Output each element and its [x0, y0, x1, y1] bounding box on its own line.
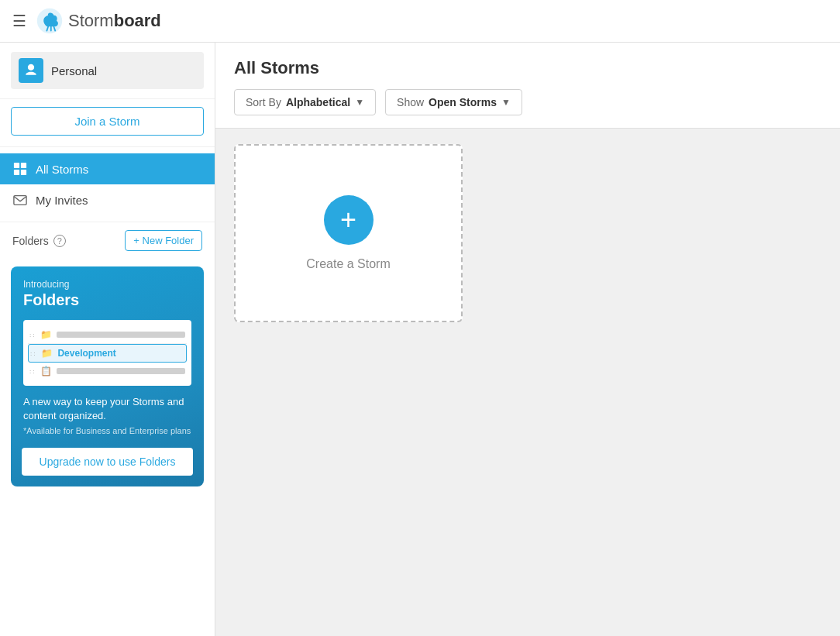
promo-note: *Available for Business and Enterprise p… [23, 426, 191, 435]
folder-icon-3: 📋 [40, 366, 52, 376]
svg-rect-1 [14, 163, 19, 168]
create-storm-label: Create a Storm [306, 257, 390, 271]
personal-item[interactable]: Personal [11, 52, 204, 89]
nav-items: All Storms My Invites [0, 147, 215, 222]
promo-row-3: :: 📋 [28, 363, 187, 380]
promo-folder-label: Development [57, 348, 115, 359]
sort-by-label: Sort By [246, 96, 281, 108]
hamburger-menu-icon[interactable]: ☰ [12, 12, 26, 30]
personal-avatar [19, 58, 43, 83]
sort-chevron-icon: ▼ [355, 97, 364, 108]
drag-dots-2: :: [30, 350, 36, 357]
svg-rect-2 [21, 163, 26, 168]
drag-dots-1: :: [29, 332, 36, 339]
help-icon[interactable]: ? [53, 235, 66, 247]
logo-text: Stormboard [68, 11, 161, 31]
grid-icon [12, 161, 28, 177]
create-plus-button: + [324, 195, 374, 245]
promo-row-2: :: 📁 Development [28, 344, 187, 363]
page-title: All Storms [234, 58, 821, 78]
promo-card: Introducing Folders :: 📁 :: 📁 Developmen… [11, 266, 204, 486]
main-layout: Personal Join a Storm All Storms [0, 43, 840, 636]
sort-value: Alphabetical [286, 96, 350, 108]
promo-desc: A new way to keep your Storms and conten… [23, 395, 191, 423]
folders-left: Folders ? [12, 235, 66, 247]
envelope-icon [12, 192, 28, 208]
sidebar-item-my-invites[interactable]: My Invites [0, 184, 215, 215]
create-storm-card[interactable]: + Create a Storm [234, 144, 463, 322]
personal-section: Personal [0, 43, 215, 99]
svg-rect-4 [21, 170, 26, 175]
promo-introducing: Introducing [23, 279, 191, 290]
content-area: All Storms Sort By Alphabetical ▼ Show O… [215, 43, 840, 636]
filter-bar: Sort By Alphabetical ▼ Show Open Storms … [234, 89, 821, 115]
show-label: Show [397, 96, 424, 108]
top-navigation: ☰ Stormboard [0, 0, 840, 43]
promo-bar-1 [57, 332, 185, 338]
drag-dots-3: :: [29, 368, 36, 375]
sort-by-button[interactable]: Sort By Alphabetical ▼ [234, 89, 376, 115]
promo-bar-3 [57, 368, 185, 374]
svg-rect-5 [14, 196, 26, 205]
logo: Stormboard [36, 7, 161, 35]
new-folder-button[interactable]: + New Folder [125, 230, 202, 251]
folders-label: Folders [12, 235, 49, 247]
content-header: All Storms Sort By Alphabetical ▼ Show O… [215, 43, 840, 129]
promo-illustration: :: 📁 :: 📁 Development :: 📋 [23, 320, 191, 386]
show-filter-button[interactable]: Show Open Storms ▼ [385, 89, 522, 115]
promo-title: Folders [23, 291, 191, 309]
personal-label: Personal [51, 64, 97, 77]
show-chevron-icon: ▼ [501, 97, 511, 108]
join-storm-section: Join a Storm [0, 99, 215, 147]
svg-rect-3 [14, 170, 19, 175]
folder-icon-1: 📁 [40, 329, 52, 340]
sidebar: Personal Join a Storm All Storms [0, 43, 215, 636]
my-invites-label: My Invites [36, 194, 88, 207]
all-storms-label: All Storms [36, 163, 88, 176]
content-body: + Create a Storm [215, 129, 840, 338]
show-value: Open Storms [429, 96, 497, 108]
folders-section: Folders ? + New Folder [0, 222, 215, 259]
upgrade-button[interactable]: Upgrade now to use Folders [22, 448, 193, 476]
folder-icon-2: 📁 [41, 348, 53, 359]
avatar-icon [23, 63, 39, 78]
join-storm-button[interactable]: Join a Storm [11, 107, 204, 136]
promo-row-1: :: 📁 [28, 326, 187, 344]
sidebar-item-all-storms[interactable]: All Storms [0, 153, 215, 184]
logo-icon [36, 7, 64, 35]
